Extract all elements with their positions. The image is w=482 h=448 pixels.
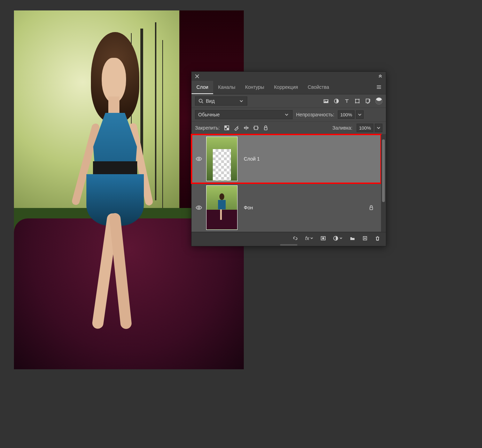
- panel-footer: fx: [192, 232, 386, 244]
- layer-name[interactable]: Фон: [244, 205, 253, 210]
- tab-label: Контуры: [245, 84, 264, 90]
- link-layers-icon[interactable]: [293, 235, 298, 241]
- svg-rect-19: [370, 207, 373, 210]
- layers-list: Слой 1 Фон: [192, 134, 381, 232]
- layer-row[interactable]: Слой 1: [192, 134, 381, 183]
- fill-flyout-button[interactable]: [375, 124, 382, 132]
- close-icon[interactable]: [194, 74, 200, 79]
- tab-paths[interactable]: Контуры: [240, 81, 269, 94]
- visibility-eye-icon[interactable]: [195, 155, 202, 162]
- svg-rect-13: [254, 126, 258, 130]
- lock-position-icon[interactable]: [243, 125, 249, 131]
- chevron-down-icon: [239, 98, 244, 104]
- lock-indicator-icon[interactable]: [368, 205, 374, 210]
- delete-layer-icon[interactable]: [375, 235, 380, 241]
- filter-row: Вид: [192, 94, 386, 108]
- svg-rect-12: [227, 128, 229, 130]
- scrollbar[interactable]: [381, 134, 386, 232]
- layers-area: Слой 1 Фон: [192, 134, 386, 232]
- svg-point-0: [199, 99, 202, 102]
- svg-rect-14: [254, 127, 254, 129]
- layer-mask-icon[interactable]: [320, 235, 326, 241]
- resize-grip[interactable]: [192, 244, 386, 246]
- adjustment-layer-icon[interactable]: [333, 235, 343, 241]
- opacity-flyout-button[interactable]: [356, 110, 364, 119]
- svg-point-7: [355, 102, 356, 103]
- svg-point-6: [359, 99, 360, 100]
- lock-label: Закрепить:: [195, 125, 220, 131]
- chevron-down-icon: [284, 112, 289, 117]
- tab-label: Слои: [196, 84, 208, 90]
- panel-tabs: Слои Каналы Контуры Коррекция Свойства: [192, 81, 386, 94]
- svg-rect-15: [258, 127, 258, 129]
- blend-mode-value: Обычные: [198, 112, 220, 117]
- opacity-label: Непрозрачность:: [296, 112, 334, 117]
- opacity-input[interactable]: [338, 110, 355, 119]
- layer-style-icon[interactable]: fx: [305, 235, 313, 241]
- panel-menu-icon[interactable]: [372, 81, 386, 94]
- panel-header[interactable]: [192, 72, 386, 81]
- fill-label: Заливка:: [332, 125, 352, 131]
- blend-row: Обычные Непрозрачность:: [192, 108, 386, 122]
- lock-transparent-icon[interactable]: [224, 125, 230, 131]
- layer-name[interactable]: Слой 1: [244, 156, 260, 162]
- svg-point-8: [359, 102, 360, 103]
- lock-pixels-icon[interactable]: [234, 125, 239, 131]
- filter-type-icon[interactable]: [344, 98, 350, 104]
- filter-pixel-icon[interactable]: [323, 98, 329, 104]
- svg-rect-4: [356, 99, 359, 103]
- svg-rect-16: [264, 128, 267, 130]
- tab-properties[interactable]: Свойства: [303, 81, 334, 94]
- collapse-icon[interactable]: [378, 74, 383, 79]
- filter-shape-icon[interactable]: [355, 98, 360, 104]
- tab-label: Коррекция: [274, 84, 298, 90]
- tab-label: Каналы: [218, 84, 235, 90]
- layers-panel: Слои Каналы Контуры Коррекция Свойства В…: [191, 71, 386, 246]
- lock-all-icon[interactable]: [263, 125, 269, 131]
- lock-artboard-icon[interactable]: [253, 125, 259, 131]
- svg-point-21: [322, 237, 324, 239]
- svg-point-18: [198, 207, 200, 208]
- layer-thumbnail[interactable]: [206, 137, 238, 181]
- svg-point-2: [325, 100, 325, 101]
- lock-row: Закрепить: Заливка:: [192, 122, 386, 134]
- filter-adjust-icon[interactable]: [334, 98, 339, 104]
- svg-point-5: [355, 99, 356, 100]
- layer-filter-dropdown[interactable]: Вид: [195, 96, 247, 106]
- tab-channels[interactable]: Каналы: [213, 81, 240, 94]
- visibility-eye-icon[interactable]: [195, 204, 202, 211]
- svg-point-17: [198, 158, 200, 160]
- svg-rect-11: [225, 126, 227, 128]
- new-layer-icon[interactable]: [362, 235, 368, 241]
- group-icon[interactable]: [350, 235, 355, 241]
- layer-thumbnail[interactable]: [206, 185, 238, 230]
- tab-label: Свойства: [308, 84, 329, 90]
- filter-label: Вид: [206, 98, 215, 104]
- tab-layers[interactable]: Слои: [192, 81, 213, 94]
- fill-input[interactable]: [357, 124, 373, 132]
- filter-toggle[interactable]: [375, 98, 382, 105]
- blend-mode-dropdown[interactable]: Обычные: [195, 110, 293, 119]
- layer-row[interactable]: Фон: [192, 183, 381, 232]
- search-icon: [198, 98, 204, 104]
- tab-adjustments[interactable]: Коррекция: [269, 81, 303, 94]
- filter-smart-icon[interactable]: [365, 98, 371, 104]
